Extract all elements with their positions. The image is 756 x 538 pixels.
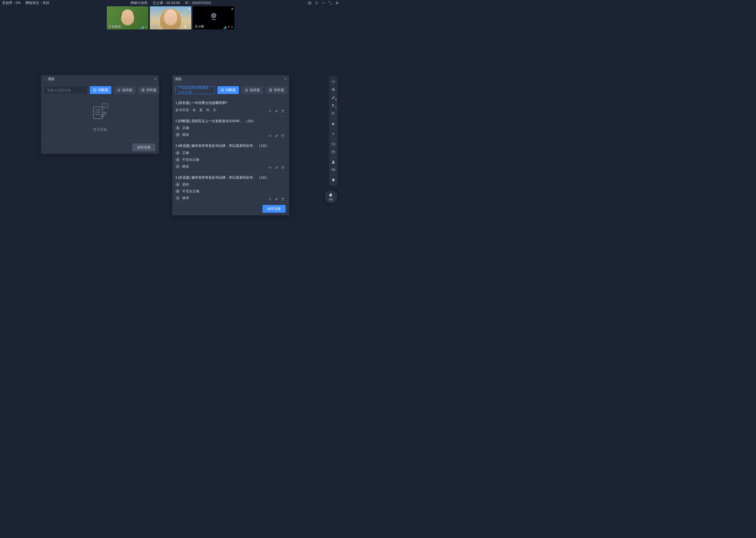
mic-icon: [231, 25, 233, 29]
video-strip: 叮当老师 × Nina × 王小明: [107, 6, 234, 29]
save-button[interactable]: 保存试卷: [262, 205, 286, 213]
maximize-icon[interactable]: [328, 1, 332, 5]
svg-rect-36: [221, 89, 223, 91]
quiz-panel-empty: 测验 × 判断题 选择题 简答题 暂无试题 保存试卷: [41, 75, 159, 154]
svg-point-20: [333, 169, 333, 170]
question-option[interactable]: B不完全正确: [175, 157, 285, 162]
raised-hand-badge[interactable]: 0/2: [324, 190, 338, 203]
scissors-icon[interactable]: [329, 109, 338, 117]
option-text: 错误: [182, 164, 189, 169]
option-text: 是的: [182, 182, 189, 187]
text-tool-icon[interactable]: T: [329, 101, 338, 109]
svg-point-33: [103, 105, 104, 106]
video-tile-student[interactable]: × 王小明: [193, 6, 234, 29]
svg-point-35: [106, 105, 107, 106]
back-icon[interactable]: [44, 77, 46, 81]
question-option[interactable]: B不完全正确: [175, 189, 285, 193]
svg-text:T: T: [332, 104, 334, 107]
user-icon[interactable]: [329, 158, 338, 166]
hand-icon: [329, 192, 333, 197]
move-icon[interactable]: [268, 134, 272, 138]
svg-point-12: [333, 81, 334, 82]
type-short-button[interactable]: 简答题: [266, 86, 287, 94]
question-item: 2 [判断题] 我国宪法上一次更新是在2020年。 （2分）A正确B错误: [175, 116, 285, 141]
save-button[interactable]: 保存试卷: [132, 143, 155, 151]
svg-point-8: [213, 14, 215, 17]
svg-point-24: [118, 89, 120, 91]
type-choice-button[interactable]: 选择题: [114, 86, 135, 94]
svg-point-21: [333, 169, 333, 170]
signal-icon: [141, 26, 144, 29]
edit-icon[interactable]: [275, 109, 278, 113]
option-letter: C: [175, 164, 180, 169]
quiz-name-input[interactable]: [44, 86, 87, 94]
record-icon: [184, 25, 187, 29]
svg-rect-3: [146, 26, 147, 27]
course-title: 神秘大自然: [130, 1, 148, 5]
close-icon[interactable]: ×: [231, 7, 233, 11]
delete-icon[interactable]: [281, 134, 285, 138]
edit-icon[interactable]: [275, 197, 278, 201]
type-judge-button[interactable]: 判断题: [90, 86, 111, 94]
eraser-tool-icon[interactable]: [329, 120, 338, 128]
option-letter: B: [175, 157, 180, 162]
elapsed-time: 已上课：02:34:09: [153, 1, 180, 5]
cursor-tool-icon[interactable]: [329, 78, 338, 86]
move-icon[interactable]: [268, 166, 272, 169]
video-name: Nina: [152, 25, 158, 29]
video-tile-student[interactable]: × Nina: [150, 6, 191, 29]
session-id: ID：2020070324: [185, 1, 211, 5]
question-title: 2 [判断题] 我国宪法上一次更新是在2020年。 （2分）: [175, 119, 285, 124]
panel-title: 测验: [48, 77, 55, 81]
option-text: 正确: [182, 150, 189, 155]
type-judge-button[interactable]: 判断题: [217, 86, 239, 94]
type-short-button[interactable]: 简答题: [138, 86, 159, 94]
close-icon[interactable]: ×: [188, 7, 190, 11]
question-item: 1 [简答题] 一年四季分别是哪四季?参考答案：春、夏、秋、冬: [175, 98, 285, 116]
delete-icon[interactable]: [281, 197, 285, 201]
delete-icon[interactable]: [281, 109, 285, 113]
svg-point-0: [309, 3, 310, 4]
question-title: 4 [多选题] 施华洛世奇是反华品牌，所以梁鼎琪反华。 （2分）: [175, 175, 285, 180]
signal-icon: [223, 26, 226, 29]
move-icon[interactable]: [268, 109, 272, 113]
quiz-panel-filled: 测验 × 产品说试卷名称最多十六个字 判断题 选择题 简答题 1 [简答题] 一…: [172, 75, 289, 215]
svg-point-16: [333, 133, 334, 134]
bell-icon[interactable]: [329, 176, 338, 184]
settings-icon[interactable]: [314, 1, 319, 5]
edit-icon[interactable]: [275, 134, 278, 138]
empty-state: 暂无试题: [44, 102, 156, 132]
panel-title: 测验: [175, 77, 182, 81]
close-window-icon[interactable]: [335, 1, 339, 5]
video-name: 王小明: [195, 25, 204, 29]
camera-switch-icon[interactable]: [307, 1, 312, 5]
brightness-icon[interactable]: [329, 130, 338, 138]
minimize-icon[interactable]: [321, 1, 325, 5]
svg-rect-23: [93, 89, 96, 91]
quiz-name-input[interactable]: 产品说试卷名称最多十六个字: [175, 86, 215, 94]
question-item: 3 [单选题] 施华洛世奇是反华品牌，所以梁鼎琪反华。 （2分）A正确B不完全正…: [175, 140, 285, 172]
delete-icon[interactable]: [281, 166, 285, 169]
camera-off-icon: [209, 11, 219, 22]
mic-icon: [188, 25, 190, 29]
type-choice-button[interactable]: 选择题: [242, 86, 263, 94]
close-icon[interactable]: ×: [154, 77, 157, 81]
option-text: 错译: [182, 196, 189, 200]
option-letter: A: [175, 150, 180, 155]
question-option[interactable]: A正确: [175, 150, 285, 155]
empty-illustration-icon: [89, 102, 111, 124]
question-option[interactable]: A是的: [175, 182, 285, 187]
folder-icon[interactable]: [329, 140, 338, 148]
move-icon[interactable]: [268, 197, 272, 201]
packet-loss: 丢包率：0%: [2, 1, 21, 5]
move-tool-icon[interactable]: [329, 86, 338, 93]
pen-tool-icon[interactable]: [329, 93, 338, 101]
option-text: 不完全正确: [182, 189, 199, 193]
toolbox-icon[interactable]: [329, 148, 338, 156]
svg-rect-6: [189, 26, 190, 27]
close-icon[interactable]: ×: [284, 77, 287, 81]
video-tile-teacher[interactable]: 叮当老师: [107, 6, 148, 29]
question-option[interactable]: A正确: [175, 126, 285, 130]
edit-icon[interactable]: [275, 166, 278, 169]
chat-icon[interactable]: [329, 166, 338, 174]
